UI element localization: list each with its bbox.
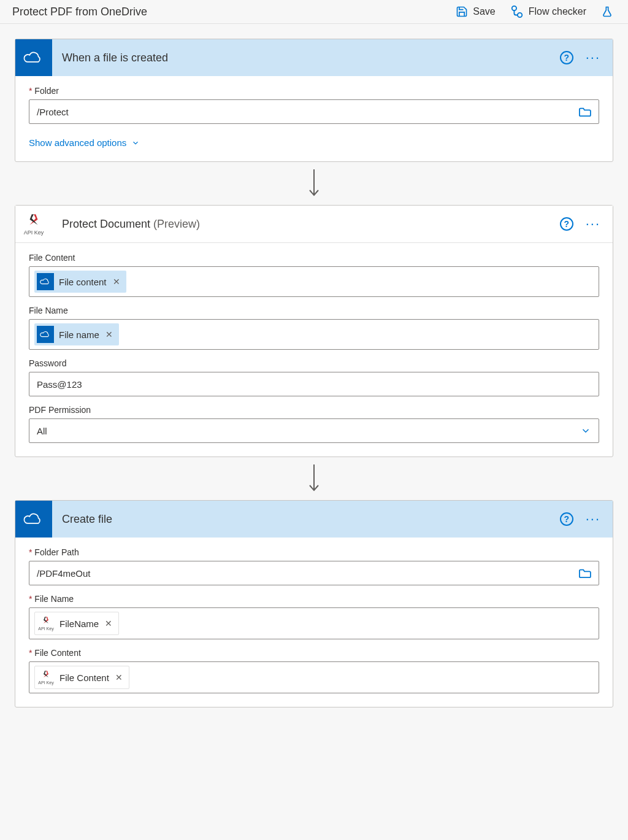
file-content-token[interactable]: API Key File Content ✕ — [34, 666, 129, 689]
test-button[interactable] — [601, 5, 613, 18]
more-icon[interactable]: ··· — [586, 55, 600, 61]
api-key-icon: API Key — [15, 206, 52, 242]
save-label: Save — [473, 6, 495, 17]
pdf-permission-select[interactable]: All — [29, 418, 599, 443]
folder-label: * Folder — [29, 86, 599, 96]
create-file-actions: ? ··· — [560, 512, 600, 526]
file-name-label: * File Name — [29, 594, 599, 604]
step-protect-card: API Key Protect Document (Preview) ? ···… — [15, 205, 613, 457]
show-advanced-button[interactable]: Show advanced options — [29, 137, 140, 148]
connector-arrow — [15, 457, 613, 500]
folder-input[interactable]: /Protect — [29, 99, 599, 124]
remove-token-icon[interactable]: ✕ — [114, 672, 124, 682]
password-input[interactable]: Pass@123 — [29, 372, 599, 396]
trigger-title: When a file is created — [52, 52, 560, 64]
remove-token-icon[interactable]: ✕ — [104, 329, 114, 339]
protect-header[interactable]: API Key Protect Document (Preview) ? ··· — [15, 206, 613, 243]
svg-point-1 — [518, 13, 522, 17]
show-advanced-label: Show advanced options — [29, 137, 126, 148]
protect-title: Protect Document (Preview) — [52, 218, 560, 231]
file-content-token[interactable]: File content ✕ — [34, 271, 126, 293]
file-name-label: File Name — [29, 306, 599, 315]
trigger-header[interactable]: When a file is created ? ··· — [15, 39, 613, 76]
folder-path-input[interactable]: /PDF4meOut — [29, 561, 599, 585]
flow-canvas: When a file is created ? ··· * Folder /P… — [0, 24, 628, 722]
file-name-token[interactable]: File name ✕ — [34, 323, 119, 345]
flow-checker-button[interactable]: Flow checker — [510, 5, 586, 18]
flask-icon — [601, 5, 613, 18]
token-label: File content — [59, 277, 107, 287]
trigger-body: * Folder /Protect Show advanced options — [15, 76, 613, 161]
onedrive-icon — [15, 501, 52, 538]
folder-picker-icon[interactable] — [578, 106, 591, 117]
create-file-body: * Folder Path /PDF4meOut * File Name API… — [15, 538, 613, 707]
file-name-input[interactable]: API Key FileName ✕ — [29, 607, 599, 639]
pdf-permission-label: PDF Permission — [29, 405, 599, 415]
token-label: File Content — [59, 672, 109, 683]
save-icon — [456, 6, 468, 18]
topbar-actions: Save Flow checker — [456, 5, 613, 18]
api-key-icon: API Key — [37, 615, 55, 632]
password-value: Pass@123 — [37, 379, 82, 390]
save-button[interactable]: Save — [456, 6, 495, 18]
file-content-input[interactable]: API Key File Content ✕ — [29, 661, 599, 693]
flow-checker-label: Flow checker — [529, 6, 586, 17]
folder-path-label: * Folder Path — [29, 547, 599, 557]
file-content-label: File Content — [29, 253, 599, 263]
protect-actions: ? ··· — [560, 217, 600, 231]
remove-token-icon[interactable]: ✕ — [104, 618, 113, 628]
create-file-title: Create file — [52, 513, 560, 526]
file-name-token[interactable]: API Key FileName ✕ — [34, 612, 119, 635]
create-file-header[interactable]: Create file ? ··· — [15, 501, 613, 538]
api-key-icon: API Key — [37, 669, 55, 686]
more-icon[interactable]: ··· — [586, 516, 600, 522]
onedrive-icon — [37, 273, 54, 290]
folder-value: /Protect — [37, 107, 69, 117]
help-icon[interactable]: ? — [560, 217, 573, 231]
folder-picker-icon[interactable] — [578, 568, 591, 579]
token-label: File name — [59, 329, 99, 340]
chevron-down-icon — [131, 139, 140, 147]
protect-body: File Content File content ✕ File Name Fi… — [15, 243, 613, 457]
file-content-input[interactable]: File content ✕ — [29, 266, 599, 297]
pdf-permission-value: All — [37, 426, 47, 436]
chevron-down-icon[interactable] — [580, 425, 591, 436]
flow-checker-icon — [510, 5, 524, 18]
help-icon[interactable]: ? — [560, 512, 573, 526]
file-name-input[interactable]: File name ✕ — [29, 319, 599, 350]
onedrive-icon — [15, 39, 52, 76]
topbar: Protect PDF from OneDrive Save Flow chec… — [0, 0, 628, 24]
step-create-file-card: Create file ? ··· * Folder Path /PDF4meO… — [15, 500, 613, 707]
svg-point-0 — [512, 6, 516, 10]
file-content-label: * File Content — [29, 648, 599, 658]
connector-arrow — [15, 162, 613, 205]
flow-title: Protect PDF from OneDrive — [12, 6, 456, 18]
remove-token-icon[interactable]: ✕ — [112, 277, 121, 287]
trigger-actions: ? ··· — [560, 51, 600, 64]
onedrive-icon — [37, 326, 54, 343]
help-icon[interactable]: ? — [560, 51, 573, 64]
token-label: FileName — [59, 618, 99, 629]
folder-path-value: /PDF4meOut — [37, 568, 91, 579]
more-icon[interactable]: ··· — [586, 221, 600, 227]
password-label: Password — [29, 358, 599, 368]
step-trigger-card: When a file is created ? ··· * Folder /P… — [15, 39, 613, 162]
